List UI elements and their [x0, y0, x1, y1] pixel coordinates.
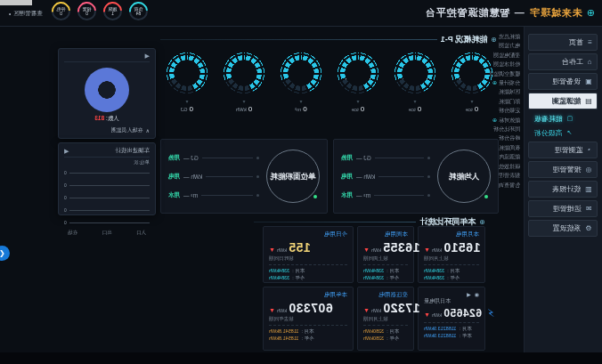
trend-down-icon: ▼ [424, 247, 430, 253]
sidebar-item[interactable]: ⚙ 系统设置 [529, 220, 598, 237]
caret-down-icon: ▾ [300, 98, 303, 104]
energy-ring-gauge: 1号楼 人均能耗 ▾ 0tce [331, 50, 385, 113]
sidebar-item-label: 首页 [569, 37, 583, 47]
gauge-line1: 1号楼 [293, 66, 309, 73]
caret-down-icon: ▾ [471, 98, 474, 104]
gauge-value: 1 [111, 12, 114, 16]
tile-unit: kWh [371, 308, 381, 313]
per-area-energy-card: 单位面积能耗 GJ —用热 kWh —用电 m³ —用水 [160, 139, 328, 214]
x-axis-label: 入口 [136, 230, 146, 236]
unit-label: m³ — [356, 192, 370, 198]
section-icon: ⊕ [491, 36, 497, 44]
subnav-item-label: 报表管理 [499, 171, 520, 180]
volume-icon[interactable]: ◉ [475, 291, 479, 297]
vehicle-chart-xlabels: 入口 出口 在场 [64, 230, 150, 236]
unit-label: kWh — [356, 174, 375, 180]
gauge-unit: tce [409, 107, 416, 112]
tile-label: 今日用电 [269, 231, 347, 239]
stat-tile-transformer-electricity[interactable]: 变压器用电 17320kWh▼ 较上月同期 本月 :3280kWh 今年 :32… [357, 287, 414, 351]
divider [160, 39, 437, 40]
stat-tile-year-electricity[interactable]: 本年用电 607330kWh▼ 较去年同期 本月 :118541.8kWh 今年… [263, 287, 354, 351]
gauge-value: 0 [190, 105, 193, 113]
subnav-item-label: 夜间能耗 [499, 143, 520, 152]
unit-label: GJ — [183, 155, 199, 161]
section-energy-overview: ⊕ 能耗概况 P-1 [160, 34, 497, 45]
kpi-key: 本年 : [460, 333, 472, 340]
circle-label: 单位面积能耗 [271, 172, 316, 182]
manage-area-link[interactable]: 查看管理区 • [9, 10, 43, 18]
metric-label: 用热 [168, 154, 180, 162]
sidebar-item-icon: ◔ [588, 146, 592, 154]
window-edge-artifact [0, 0, 32, 5]
gauge-value: 84 [136, 12, 142, 16]
caret-down-icon: ▾ [357, 98, 360, 104]
sidebar-item-icon: ▢ [567, 115, 574, 122]
lightning-icon: ⚡ [487, 307, 494, 320]
collapse-icon[interactable]: ◀ [145, 53, 150, 60]
status-ring-gauge: 负荷 84 [129, 2, 148, 20]
energy-ring-gauge: 1号楼 用热 ▾ 0GJ [160, 50, 214, 113]
gauge-line1: 1号楼 [350, 66, 366, 73]
stat-tile-month-electricity[interactable]: 本月用电 16510kWh▼ 较上月同期 本月 :3384kWh 今年 :338… [418, 226, 485, 283]
sidebar-item[interactable]: ◎ 报警管理 [529, 161, 598, 178]
collapse-icon[interactable]: ◀ [64, 148, 69, 155]
stat-tile-week-electricity[interactable]: 本周用电 16355kWh▼ 较上周同期 本月 :3384kWh 今年 :338… [357, 226, 414, 283]
brand-title: 未来城璟宇 [529, 6, 582, 20]
stat-card-daily-electricity[interactable]: ◉ ◀ 本日用电量 ⚡624650kWh▼ 本月 :1188213.9kWh 本… [418, 287, 485, 351]
kpi-value: 118541.8kWh [269, 328, 299, 336]
gauge-line1: 1号楼 [179, 66, 195, 73]
trend-down-icon: ▼ [269, 247, 275, 253]
chart-row-value: 0 [64, 207, 67, 213]
trend-down-icon: ▼ [424, 311, 430, 318]
chart-row: 0 [64, 170, 150, 175]
kpi-value: 3384kWh [424, 268, 444, 275]
tile-sublabel: 较上周同期 [363, 255, 408, 262]
tile-unit: kWh [371, 247, 381, 253]
vehicle-chart: 0 0 0 0 0 [64, 170, 150, 225]
chart-row: 0 [64, 207, 150, 213]
kpi-key: 本月 : [302, 328, 314, 336]
metric-label: 用水 [341, 191, 353, 199]
metric-label: 用热 [341, 154, 353, 162]
gauge-value: 0 [303, 105, 306, 113]
people-footer-label: 在场人员监测 [111, 126, 143, 134]
subnav-item-label: 部门能耗 [499, 97, 520, 106]
sidebar-item[interactable]: ▢ 能耗看板 [529, 112, 598, 125]
sidebar-item-icon: ▣ [585, 77, 592, 85]
gauge-value: 0 [361, 105, 364, 113]
tile-label: 本日用电量 [424, 297, 479, 305]
tile-value: 16510 [443, 240, 480, 255]
gauge-line2: 综合能耗 [460, 73, 484, 80]
kpi-value: 3384kWh [269, 275, 289, 282]
manage-area-label: 查看管理区 [13, 10, 43, 18]
ring-chart: 1号楼 用热 [164, 50, 210, 96]
kpi-key: 本月 : [460, 326, 472, 333]
sidebar-item[interactable]: ▣ 设备管理 [529, 73, 598, 90]
section-title: 能耗概况 P-1 [441, 34, 488, 45]
sidebar-item[interactable]: ◔ 监测管理 [529, 142, 598, 158]
caret-up-icon[interactable]: ∧ [146, 127, 150, 133]
sidebar-item[interactable]: ⌂ 工作台 [529, 53, 598, 70]
sidebar-item[interactable]: ↗ 高级分析 [529, 126, 598, 139]
chart-row: 0 [64, 195, 150, 200]
sidebar-item[interactable]: ✉ 运维管理 [529, 200, 598, 217]
sidebar-item[interactable]: ≡ 首页 [529, 34, 598, 51]
kpi-value: 3280kWh [363, 328, 384, 336]
sidebar-item-label: 设备管理 [552, 77, 581, 86]
panel-toggle-button[interactable]: ❮ [0, 246, 10, 261]
collapse-icon[interactable]: ◀ [467, 291, 471, 297]
kpi-value: 1188213.9kWh [424, 326, 457, 333]
kpi-value: 118541.8kWh [269, 336, 299, 343]
sidebar-item[interactable]: ▥ 统计报表 [529, 181, 598, 198]
tile-label: 变压器用电 [363, 291, 408, 299]
sidebar-item[interactable]: ▤ 能源监测 [529, 93, 598, 109]
metric-label: 用水 [168, 191, 180, 199]
ring-chart: 1号楼 能耗总量 [392, 50, 438, 96]
kpi-value: 3384kWh [363, 268, 384, 275]
stat-tile-today-electricity[interactable]: 今日用电 155kWh▼ 较昨日同期 本月 :3384kWh 今年 :3384k… [263, 226, 354, 283]
tile-label: 本年用电 [269, 291, 347, 299]
kpi-key: 今年 : [386, 275, 399, 282]
metric-row: kWh —用电 [168, 173, 259, 181]
per-capita-energy-card: 人均能耗 GJ —用热 kWh —用电 m³ —用水 [333, 139, 499, 214]
tile-value: 155 [289, 240, 311, 255]
